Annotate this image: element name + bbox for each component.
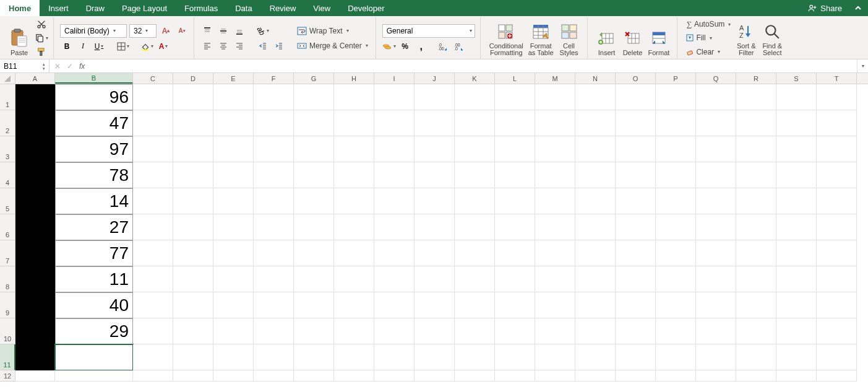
cell-L7[interactable] [495, 240, 535, 266]
cell-K5[interactable] [455, 188, 495, 214]
row-header-3[interactable]: 3 [0, 136, 15, 162]
cell-G2[interactable] [294, 110, 334, 136]
delete-button[interactable]: Delete [620, 19, 646, 58]
column-header-J[interactable]: J [415, 73, 455, 84]
cell-G4[interactable] [294, 162, 334, 188]
cell-T12[interactable] [817, 370, 857, 382]
column-header-F[interactable]: F [254, 73, 294, 84]
cell-S1[interactable] [776, 84, 817, 110]
row-header-6[interactable]: 6 [0, 214, 15, 240]
cell-L10[interactable] [495, 318, 535, 344]
cell-L6[interactable] [495, 214, 535, 240]
menu-tab-developer[interactable]: Developer [339, 0, 393, 16]
cell-O1[interactable] [616, 84, 656, 110]
align-top-button[interactable] [200, 25, 214, 37]
cell-M9[interactable] [535, 292, 575, 318]
cell-L2[interactable] [495, 110, 535, 136]
cell-H9[interactable] [334, 292, 374, 318]
cell-F1[interactable] [254, 84, 294, 110]
cell-K10[interactable] [455, 318, 495, 344]
cell-P11[interactable] [656, 344, 696, 370]
row-header-5[interactable]: 5 [0, 188, 15, 214]
cell-Q3[interactable] [696, 136, 736, 162]
cell-O11[interactable] [616, 344, 656, 370]
menu-tab-review[interactable]: Review [261, 0, 305, 16]
cell-F8[interactable] [254, 266, 294, 292]
column-header-P[interactable]: P [656, 73, 696, 84]
cell-K6[interactable] [455, 214, 495, 240]
cell-N4[interactable] [575, 162, 616, 188]
cell-J3[interactable] [415, 136, 455, 162]
cell-J8[interactable] [415, 266, 455, 292]
cell-G9[interactable] [294, 292, 334, 318]
cell-R12[interactable] [736, 370, 776, 382]
cell-O2[interactable] [616, 110, 656, 136]
cell-T5[interactable] [817, 188, 857, 214]
cells-area[interactable]: 96479778142777114029 [15, 84, 857, 382]
cell-A5[interactable] [15, 188, 55, 214]
cell-R2[interactable] [736, 110, 776, 136]
cell-A11[interactable] [15, 344, 55, 370]
row-header-7[interactable]: 7 [0, 240, 15, 266]
cell-I4[interactable] [374, 162, 415, 188]
cell-P5[interactable] [656, 188, 696, 214]
cell-Q4[interactable] [696, 162, 736, 188]
cell-E5[interactable] [213, 188, 254, 214]
row-header-12[interactable]: 12 [0, 370, 15, 382]
cell-K8[interactable] [455, 266, 495, 292]
cell-I3[interactable] [374, 136, 415, 162]
cell-L4[interactable] [495, 162, 535, 188]
cell-H4[interactable] [334, 162, 374, 188]
cell-M8[interactable] [535, 266, 575, 292]
cell-N11[interactable] [575, 344, 616, 370]
cell-E9[interactable] [213, 292, 254, 318]
cell-R10[interactable] [736, 318, 776, 344]
cell-D12[interactable] [173, 370, 213, 382]
cell-O12[interactable] [616, 370, 656, 382]
cell-P8[interactable] [656, 266, 696, 292]
cell-A6[interactable] [15, 214, 55, 240]
cell-D5[interactable] [173, 188, 213, 214]
cell-L1[interactable] [495, 84, 535, 110]
cell-H5[interactable] [334, 188, 374, 214]
ribbon-collapse-button[interactable] [848, 0, 868, 16]
cell-J5[interactable] [415, 188, 455, 214]
cell-N3[interactable] [575, 136, 616, 162]
fx-icon[interactable]: fx [79, 62, 85, 71]
cell-H8[interactable] [334, 266, 374, 292]
cell-K11[interactable] [455, 344, 495, 370]
cell-F7[interactable] [254, 240, 294, 266]
cell-Q2[interactable] [696, 110, 736, 136]
cell-D6[interactable] [173, 214, 213, 240]
cell-J11[interactable] [415, 344, 455, 370]
cell-I12[interactable] [374, 370, 415, 382]
wrap-text-button[interactable]: Wrap Text▾ [294, 25, 371, 37]
cell-D4[interactable] [173, 162, 213, 188]
cell-E11[interactable] [213, 344, 254, 370]
cell-M3[interactable] [535, 136, 575, 162]
cell-C4[interactable] [133, 162, 173, 188]
number-format-combo[interactable]: General ▾ [382, 24, 475, 38]
cell-F3[interactable] [254, 136, 294, 162]
row-header-10[interactable]: 10 [0, 318, 15, 344]
column-header-C[interactable]: C [133, 73, 173, 84]
cell-K7[interactable] [455, 240, 495, 266]
cell-P3[interactable] [656, 136, 696, 162]
insert-button[interactable]: Insert [594, 19, 620, 58]
cell-M4[interactable] [535, 162, 575, 188]
column-header-R[interactable]: R [736, 73, 776, 84]
cell-J9[interactable] [415, 292, 455, 318]
cell-A8[interactable] [15, 266, 55, 292]
cell-R5[interactable] [736, 188, 776, 214]
column-header-A[interactable]: A [15, 73, 55, 84]
cell-H3[interactable] [334, 136, 374, 162]
cell-N9[interactable] [575, 292, 616, 318]
find-select-button[interactable]: Find & Select [759, 19, 785, 58]
cell-R1[interactable] [736, 84, 776, 110]
cell-A9[interactable] [15, 292, 55, 318]
cell-C6[interactable] [133, 214, 173, 240]
italic-button[interactable]: I [76, 40, 90, 53]
cell-C8[interactable] [133, 266, 173, 292]
cell-I8[interactable] [374, 266, 415, 292]
align-right-button[interactable] [233, 40, 246, 52]
